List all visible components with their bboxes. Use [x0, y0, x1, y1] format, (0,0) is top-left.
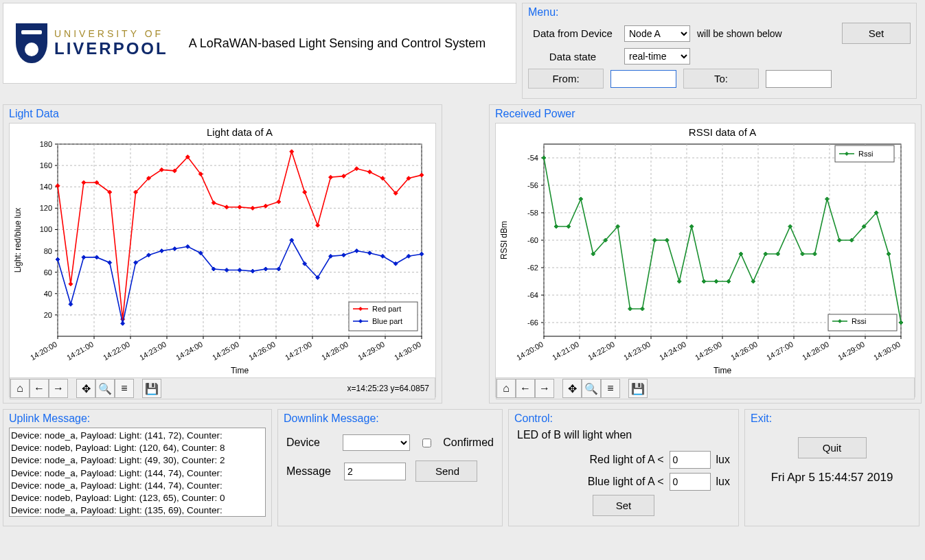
state-label: Data state	[528, 51, 617, 62]
pan-icon[interactable]: ✥	[76, 379, 95, 398]
back-icon[interactable]: ←	[516, 379, 535, 398]
dl-device-label: Device	[286, 436, 333, 449]
rssi-chart: -66-64-62-60-58-56-5414:20:0014:21:0014:…	[496, 124, 915, 377]
menu-panel: Menu: Data from Device Node A will be sh…	[522, 3, 917, 99]
svg-text:14:30:00: 14:30:00	[872, 340, 902, 362]
svg-text:-54: -54	[527, 154, 538, 162]
light-data-panel: Light Data 2040608010012014016018014:20:…	[3, 104, 442, 404]
svg-text:-66: -66	[527, 318, 538, 327]
device-suffix: will be shown below	[697, 28, 782, 39]
control-title: Control:	[514, 412, 733, 425]
send-button[interactable]: Send	[415, 460, 477, 482]
svg-text:14:28:00: 14:28:00	[801, 340, 830, 362]
blue-light-label: Blue light of A <	[588, 476, 664, 488]
svg-text:14:20:00: 14:20:00	[29, 340, 58, 362]
save-icon[interactable]: 💾	[142, 379, 161, 398]
svg-text:180: 180	[40, 140, 52, 148]
dl-device-select[interactable]	[343, 434, 410, 451]
svg-text:14:29:00: 14:29:00	[836, 340, 866, 362]
svg-text:40: 40	[44, 290, 52, 298]
svg-text:14:26:00: 14:26:00	[729, 340, 759, 362]
home-icon[interactable]: ⌂	[10, 379, 30, 398]
svg-text:14:24:00: 14:24:00	[174, 340, 204, 362]
svg-text:80: 80	[44, 247, 52, 255]
svg-text:14:22:00: 14:22:00	[102, 340, 131, 362]
red-light-input[interactable]	[670, 451, 711, 469]
menu-set-button[interactable]: Set	[842, 23, 911, 44]
svg-text:14:28:00: 14:28:00	[320, 340, 350, 362]
forward-icon[interactable]: →	[535, 379, 554, 398]
downlink-title: Downlink Message:	[284, 412, 496, 425]
svg-text:60: 60	[44, 268, 52, 277]
chart-toolbar-right: ⌂ ← → ✥ 🔍 ≡ 💾	[496, 377, 915, 399]
list-item: Device: node_a, Payload: Light: (49, 30)…	[11, 454, 264, 467]
exit-panel: Exit: Quit Fri Apr 5 15:44:57 2019	[744, 409, 920, 526]
svg-text:14:25:00: 14:25:00	[211, 340, 240, 362]
svg-text:-60: -60	[527, 236, 538, 244]
svg-text:14:20:00: 14:20:00	[515, 340, 545, 362]
to-label: To:	[683, 69, 759, 89]
svg-text:14:21:00: 14:21:00	[65, 340, 95, 362]
uni-line2: LIVERPOOL	[54, 39, 168, 58]
svg-text:-56: -56	[527, 181, 538, 189]
svg-text:-64: -64	[527, 291, 538, 299]
control-panel: Control: LED of B will light when Red li…	[508, 409, 739, 526]
university-logo: UNIVERSITY OF LIVERPOOL	[16, 23, 168, 63]
pan-icon[interactable]: ✥	[562, 379, 582, 398]
svg-text:-58: -58	[527, 209, 538, 217]
red-light-label: Red light of A <	[589, 454, 663, 466]
svg-text:Rssi: Rssi	[858, 150, 873, 158]
svg-text:Blue part: Blue part	[372, 317, 402, 325]
uplink-list[interactable]: Device: node_a, Payload: Light: (141, 72…	[9, 428, 266, 517]
dl-message-input[interactable]	[344, 463, 406, 480]
exit-title: Exit:	[751, 412, 913, 425]
device-select[interactable]: Node A	[624, 25, 690, 42]
svg-text:Light data of A: Light data of A	[207, 126, 273, 138]
config-icon[interactable]: ≡	[115, 379, 134, 398]
svg-text:14:26:00: 14:26:00	[247, 340, 277, 362]
svg-text:120: 120	[40, 204, 52, 212]
control-set-button[interactable]: Set	[593, 495, 654, 516]
zoom-icon[interactable]: 🔍	[582, 379, 601, 398]
zoom-icon[interactable]: 🔍	[95, 379, 115, 398]
downlink-panel: Downlink Message: Device Confirmed Messa…	[277, 409, 503, 526]
back-icon[interactable]: ←	[30, 379, 49, 398]
blue-unit: lux	[716, 476, 730, 488]
svg-text:Red part: Red part	[372, 305, 401, 313]
svg-text:160: 160	[40, 161, 52, 170]
quit-button[interactable]: Quit	[798, 437, 867, 458]
svg-text:Rssi: Rssi	[852, 317, 866, 325]
svg-text:RSSI     dBm: RSSI dBm	[499, 221, 509, 259]
from-input[interactable]	[610, 70, 676, 88]
svg-text:14:24:00: 14:24:00	[658, 340, 687, 362]
control-heading: LED of B will light when	[517, 429, 730, 441]
blue-light-input[interactable]	[670, 473, 711, 491]
save-icon[interactable]: 💾	[628, 379, 648, 398]
svg-text:14:27:00: 14:27:00	[284, 340, 313, 362]
svg-text:14:29:00: 14:29:00	[356, 340, 386, 362]
rssi-panel: Received Power -66-64-62-60-58-56-5414:2…	[489, 104, 922, 404]
svg-text:14:27:00: 14:27:00	[765, 340, 795, 362]
svg-text:20: 20	[44, 311, 52, 319]
svg-text:14:23:00: 14:23:00	[622, 340, 652, 362]
shield-icon	[16, 23, 47, 63]
state-select[interactable]: real-time	[624, 48, 690, 65]
uplink-panel: Uplink Message: Device: node_a, Payload:…	[3, 409, 272, 526]
from-label: From:	[528, 69, 604, 89]
uplink-title: Uplink Message:	[9, 412, 266, 425]
list-item: Device: node_a, Payload: Light: (135, 69…	[11, 504, 264, 517]
home-icon[interactable]: ⌂	[496, 379, 516, 398]
light-chart: 2040608010012014016018014:20:0014:21:001…	[10, 124, 435, 377]
svg-text:14:30:00: 14:30:00	[393, 340, 422, 362]
confirmed-label: Confirmed	[443, 436, 494, 449]
confirmed-checkbox[interactable]	[422, 439, 431, 447]
to-input[interactable]	[766, 70, 832, 88]
config-icon[interactable]: ≡	[601, 379, 620, 398]
device-label: Data from Device	[528, 27, 617, 39]
forward-icon[interactable]: →	[49, 379, 68, 398]
list-item: Device: nodeb, Payload: Light: (120, 64)…	[11, 442, 264, 454]
uni-line1: UNIVERSITY OF	[54, 28, 168, 39]
svg-text:Time: Time	[713, 366, 732, 375]
list-item: Device: node_a, Payload: Light: (141, 72…	[11, 430, 264, 442]
rssi-title: Received Power	[495, 108, 915, 120]
